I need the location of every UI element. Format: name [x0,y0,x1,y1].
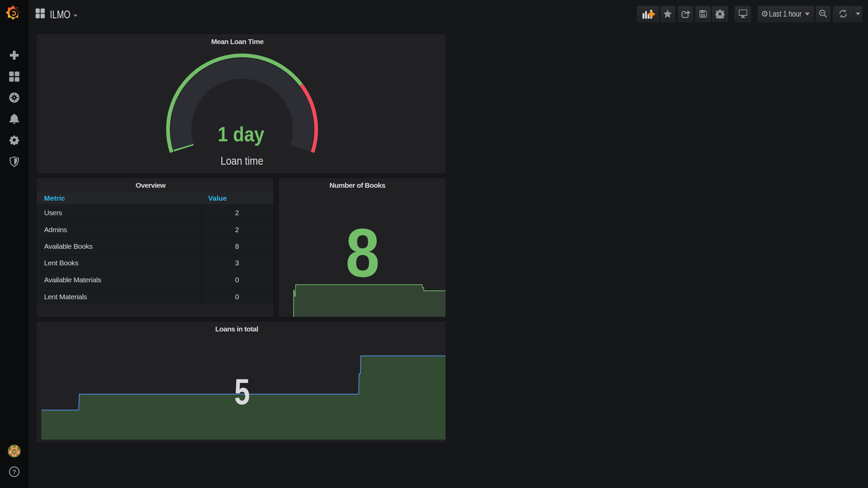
svg-text:?: ? [12,468,16,475]
